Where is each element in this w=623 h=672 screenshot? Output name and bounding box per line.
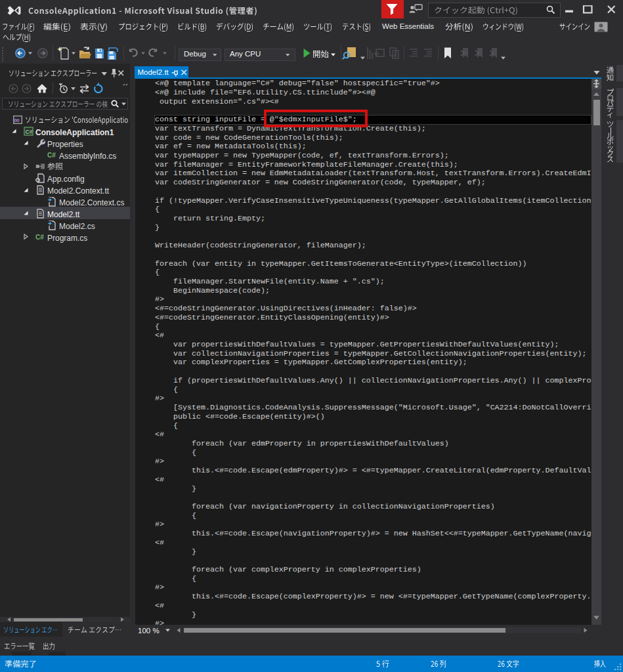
svg-text:C#: C# [26,129,33,135]
svg-text:∞: ∞ [14,116,20,124]
svg-text:C#: C# [47,152,56,159]
svg-text:C#: C# [35,234,44,241]
